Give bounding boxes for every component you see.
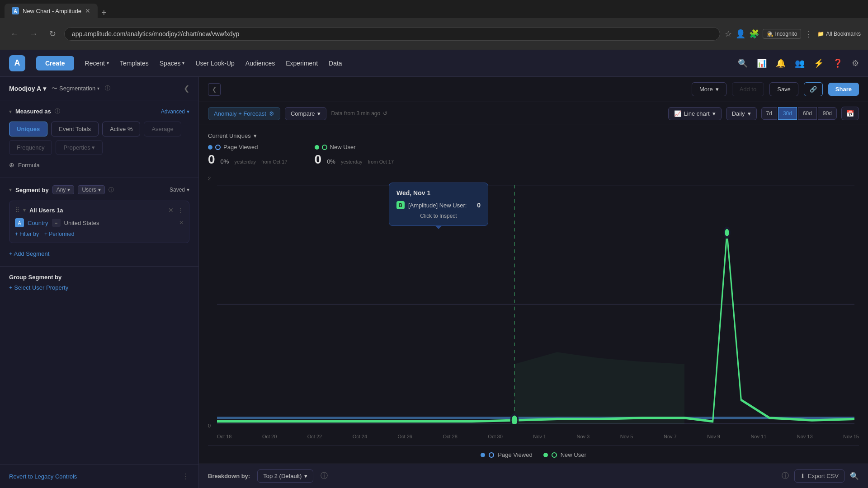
calendar-button[interactable]: 📅 [841, 107, 859, 120]
breakdown-info-icon[interactable]: ⓘ [321, 471, 328, 481]
measured-toggle-icon[interactable]: ▾ [9, 108, 12, 115]
browser-tabs: A New Chart - Amplitude ✕ + [0, 0, 868, 18]
share-link-button[interactable]: 🔗 [804, 82, 823, 96]
revert-button[interactable]: Revert to Legacy Controls [9, 473, 77, 480]
bookmark-star-icon[interactable]: ☆ [725, 29, 732, 39]
share-button[interactable]: Share [828, 83, 859, 96]
compare-label: Compare [291, 110, 315, 117]
legend-ring-blue [489, 452, 494, 458]
measure-active-pct-button[interactable]: Active % [102, 122, 141, 136]
date-range-30d-button[interactable]: 30d [778, 107, 797, 120]
data-freshness: Data from 3 min ago ↺ [331, 110, 387, 117]
help-icon[interactable]: ❓ [833, 58, 843, 68]
settings-icon[interactable]: ⚙ [852, 58, 859, 68]
sidebar-collapse-button[interactable]: ❮ [184, 84, 189, 93]
current-uniques-label[interactable]: Current Uniques ▾ [208, 132, 257, 139]
advanced-button[interactable]: Advanced ▾ [161, 108, 189, 115]
filter-remove-icon[interactable]: ✕ [179, 220, 184, 226]
measured-info-icon[interactable]: ⓘ [55, 108, 60, 115]
all-bookmarks[interactable]: 📁 All Bookmarks [817, 31, 861, 37]
nav-item-recent[interactable]: Recent ▾ [85, 60, 109, 67]
sidebar-footer: Revert to Legacy Controls ⋮ [0, 465, 198, 488]
reload-button[interactable]: ↻ [45, 27, 60, 41]
measure-frequency-button[interactable]: Frequency [9, 140, 52, 155]
footer-more-icon[interactable]: ⋮ [182, 472, 189, 481]
segmentation-info-icon[interactable]: ⓘ [105, 84, 110, 92]
save-button[interactable]: Save [769, 82, 798, 96]
chart-type-button[interactable]: 📈 Line chart ▾ [668, 107, 722, 120]
amplitude-logo[interactable]: A [9, 55, 25, 71]
measure-properties-button[interactable]: Properties ▾ [56, 140, 103, 155]
segment-toggle-icon[interactable]: ▾ [9, 187, 12, 193]
drag-handle-icon[interactable]: ⠿ [15, 206, 19, 214]
audiences-label: Audiences [245, 60, 275, 67]
chart-icon[interactable]: 📊 [757, 58, 767, 68]
new-user-from-date: from Oct 17 [368, 159, 394, 164]
extension-icon[interactable]: 🧩 [749, 29, 759, 39]
compare-button[interactable]: Compare ▾ [285, 107, 326, 120]
new-tab-button[interactable]: + [98, 8, 110, 18]
formula-row[interactable]: ⊕ Formula [9, 160, 189, 170]
address-bar[interactable]: app.amplitude.com/analytics/moodjoy2/cha… [64, 27, 720, 41]
add-segment-button[interactable]: + Add Segment [9, 249, 189, 259]
segment-info-icon[interactable]: ⓘ [108, 186, 114, 194]
more-button[interactable]: More ▾ [692, 82, 726, 96]
nav-item-userlookup[interactable]: User Look-Up [195, 60, 234, 67]
add-to-button[interactable]: Add to [732, 82, 764, 96]
legend-dot-green [543, 453, 548, 457]
nav-item-data[interactable]: Data [329, 60, 342, 67]
page-viewed-from-label: yesterday [234, 159, 256, 164]
back-button[interactable]: ← [7, 27, 22, 41]
measure-uniques-button[interactable]: Uniques [9, 122, 47, 136]
metric-values: 0 0% yesterday from Oct 17 [208, 152, 288, 167]
workspace-name[interactable]: Moodjoy A ▾ [9, 85, 46, 92]
refresh-icon[interactable]: ↺ [383, 110, 387, 117]
date-range-7d-button[interactable]: 7d [761, 107, 777, 120]
nav-item-spaces[interactable]: Spaces ▾ [160, 60, 185, 67]
nav-item-templates[interactable]: Templates [120, 60, 149, 67]
breakdown-right-info-icon[interactable]: ⓘ [782, 471, 789, 481]
segmentation-icon: 〜 [52, 84, 57, 93]
export-csv-button[interactable]: ⬇ Export CSV [794, 469, 844, 483]
measure-event-totals-button[interactable]: Event Totals [51, 122, 99, 136]
nav-item-audiences[interactable]: Audiences [245, 60, 275, 67]
measure-average-button[interactable]: Average [144, 122, 181, 136]
performed-button[interactable]: + Performed [44, 231, 74, 237]
filter-by-button[interactable]: + Filter by [15, 231, 39, 237]
tooltip-inspect-button[interactable]: Click to Inspect [396, 213, 481, 219]
segment-any-dropdown[interactable]: Any ▾ [52, 185, 75, 194]
browser-tab[interactable]: A New Chart - Amplitude ✕ [5, 4, 98, 18]
tab-close-button[interactable]: ✕ [85, 7, 90, 14]
people-icon[interactable]: 👥 [795, 58, 805, 68]
segmentation-label[interactable]: 〜 Segmentation ▾ [52, 84, 99, 93]
date-range-90d-button[interactable]: 90d [818, 107, 837, 120]
create-button[interactable]: Create [36, 56, 74, 70]
search-icon[interactable]: 🔍 [738, 58, 748, 68]
anomaly-forecast-button[interactable]: Anomaly + Forecast ⚙ [208, 107, 280, 120]
browser-chrome: A New Chart - Amplitude ✕ + ← → ↻ app.am… [0, 0, 868, 50]
content-toolbar: ❮ More ▾ Add to Save 🔗 Share [199, 77, 868, 102]
x-label-nov1: Nov 1 [533, 434, 546, 439]
segment-more-icon[interactable]: ⋮ [177, 206, 184, 214]
segment-delete-icon[interactable]: ✕ [168, 206, 174, 214]
collapse-sidebar-button[interactable]: ❮ [208, 83, 221, 96]
select-property-button[interactable]: + Select User Property [0, 284, 198, 298]
x-label-nov9: Nov 9 [707, 434, 720, 439]
forward-button[interactable]: → [26, 27, 41, 41]
filter-value-label[interactable]: United States [64, 220, 99, 226]
breakdown-select[interactable]: Top 2 (Default) ▾ [257, 469, 313, 483]
segment-users-dropdown[interactable]: Users ▾ [78, 185, 104, 194]
saved-dropdown[interactable]: Saved ▾ [170, 187, 189, 193]
profile-icon[interactable]: 👤 [736, 29, 745, 39]
nav-item-experiment[interactable]: Experiment [286, 60, 318, 67]
segment-expand-icon[interactable]: ▾ [23, 207, 26, 213]
bell-icon[interactable]: 🔔 [776, 58, 786, 68]
filter-property-label[interactable]: Country [28, 220, 48, 226]
time-granularity-button[interactable]: Daily ▾ [726, 107, 757, 120]
lightning-icon[interactable]: ⚡ [814, 58, 824, 68]
menu-icon[interactable]: ⋮ [805, 29, 813, 39]
table-search-icon[interactable]: 🔍 [850, 472, 859, 480]
tooltip[interactable]: Wed, Nov 1 B [Amplitude] New User: 0 Cli… [389, 183, 488, 226]
date-range-60d-button[interactable]: 60d [798, 107, 817, 120]
new-user-event-row: New User [315, 144, 394, 150]
